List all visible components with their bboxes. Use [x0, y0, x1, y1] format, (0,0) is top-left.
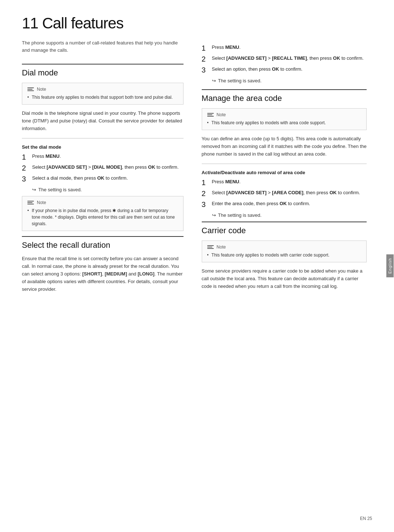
carrier-code-section: Carrier code Note This feature only appl…	[202, 222, 367, 290]
activate-step-2: 2 Select [ADVANCED SET] > [AREA CODE], t…	[202, 189, 367, 198]
set-dial-mode-title: Set the dial mode	[22, 144, 184, 150]
recall-steps: 1 Press MENU. 2 Select [ADVANCED SET] > …	[202, 44, 367, 74]
activate-steps: 1 Press MENU. 2 Select [ADVANCED SET] > …	[202, 178, 367, 209]
dial-mode-note2: Note If your phone is in pulse dial mode…	[22, 196, 184, 231]
area-code-note: Note This feature only applies to models…	[202, 108, 367, 130]
note-header2: Note	[27, 200, 178, 205]
activate-result-text: The setting is saved.	[218, 212, 262, 218]
note-item4: This feature only applies to models with…	[207, 252, 361, 258]
activate-step-3: 3 Enter the area code, then press OK to …	[202, 200, 367, 209]
note-icon	[27, 87, 34, 91]
note-list: This feature only applies to models that…	[27, 94, 178, 101]
recall-duration-section: Select the recall duration Ensure that t…	[22, 236, 184, 293]
note-label4: Note	[217, 245, 226, 250]
set-dial-mode-steps: 1 Press MENU. 2 Select [ADVANCED SET] > …	[22, 153, 184, 183]
set-dial-result-text: The setting is saved.	[38, 187, 82, 192]
divider	[22, 138, 184, 138]
divider2	[202, 164, 367, 164]
dial-mode-title: Dial mode	[22, 64, 184, 78]
step-3: 3 Select a dial mode, then press OK to c…	[22, 175, 184, 183]
note-icon4	[207, 245, 214, 249]
carrier-code-note: Note This feature only applies to models…	[202, 240, 367, 262]
intro-text: The phone supports a number of call-rela…	[22, 39, 184, 54]
side-tab-label: English	[386, 254, 394, 277]
recall-step-1: 1 Press MENU.	[202, 44, 367, 52]
recall-result: ↪ The setting is saved.	[212, 78, 367, 83]
set-dial-mode-subsection: Set the dial mode 1 Press MENU. 2 Select…	[22, 144, 184, 192]
page-footer: EN 25	[360, 516, 372, 521]
main-content: 11 Call features The phone supports a nu…	[0, 0, 385, 532]
dial-mode-note1: Note This feature only applies to models…	[22, 83, 184, 105]
recall-result-text: The setting is saved.	[218, 78, 262, 83]
set-dial-result: ↪ The setting is saved.	[32, 187, 184, 192]
left-column: 11 Call features The phone supports a nu…	[22, 15, 194, 517]
activate-step-1: 1 Press MENU.	[202, 178, 367, 187]
page-container: 11 Call features The phone supports a nu…	[0, 0, 394, 532]
note-item2: If your phone is in pulse dial mode, pre…	[27, 207, 178, 227]
page-title: 11 Call features	[22, 15, 184, 32]
side-tab: English	[386, 0, 394, 532]
note-list2: If your phone is in pulse dial mode, pre…	[27, 207, 178, 227]
activate-area-code-subsection: Activate/Deactivate auto removal of area…	[202, 170, 367, 218]
arrow-icon-activate: ↪	[212, 212, 216, 218]
note-label2: Note	[37, 200, 46, 205]
dial-mode-section: Dial mode Note This feature only applies…	[22, 64, 184, 231]
arrow-icon-recall: ↪	[212, 78, 216, 83]
note-item: This feature only applies to models that…	[27, 94, 178, 101]
manage-area-code-title: Manage the area code	[202, 89, 367, 103]
note-header: Note	[27, 87, 178, 92]
step-1: 1 Press MENU.	[22, 153, 184, 161]
note-list4: This feature only applies to models with…	[207, 252, 361, 258]
note-icon3	[207, 113, 214, 117]
recall-duration-title: Select the recall duration	[22, 236, 184, 250]
activate-result: ↪ The setting is saved.	[212, 212, 367, 218]
carrier-code-title: Carrier code	[202, 222, 367, 235]
right-column: 1 Press MENU. 2 Select [ADVANCED SET] > …	[194, 15, 367, 517]
arrow-icon: ↪	[32, 187, 36, 192]
area-code-body: You can define an area code (up to 5 dig…	[202, 135, 367, 158]
note-header3: Note	[207, 112, 361, 117]
note-label3: Note	[217, 112, 226, 117]
recall-duration-body: Ensure that the recall time is set corre…	[22, 255, 184, 293]
carrier-code-body: Some service providers require a carrier…	[202, 267, 367, 290]
recall-step-2: 2 Select [ADVANCED SET] > [RECALL TIME],…	[202, 55, 367, 63]
note-item3: This feature only applies to models with…	[207, 120, 361, 126]
activate-title: Activate/Deactivate auto removal of area…	[202, 170, 367, 175]
recall-step-3: 3 Select an option, then press OK to con…	[202, 66, 367, 74]
note-icon2	[27, 201, 34, 204]
step-2: 2 Select [ADVANCED SET] > [DIAL MODE], t…	[22, 164, 184, 172]
note-label: Note	[37, 87, 46, 92]
note-header4: Note	[207, 245, 361, 250]
recall-steps-continuation: 1 Press MENU. 2 Select [ADVANCED SET] > …	[202, 44, 367, 83]
dial-mode-body: Dial mode is the telephone signal used i…	[22, 110, 184, 132]
note-list3: This feature only applies to models with…	[207, 120, 361, 126]
manage-area-code-section: Manage the area code Note This feature o…	[202, 89, 367, 218]
